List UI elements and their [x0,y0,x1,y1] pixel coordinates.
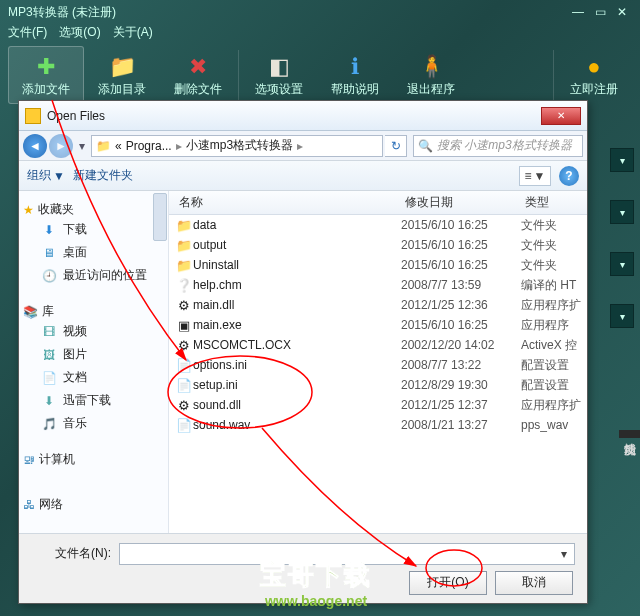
file-list: 名称 修改日期 类型 📁data2015/6/10 16:25文件夹📁outpu… [169,191,587,533]
nav-downloads[interactable]: ⬇下载 [23,218,164,241]
file-row[interactable]: 📁Uninstall2015/6/10 16:25文件夹 [169,255,587,275]
panel-toggle-1[interactable]: ▾ [610,148,634,172]
menu-about[interactable]: 关于(A) [113,24,153,42]
file-row[interactable]: 📁output2015/6/10 16:25文件夹 [169,235,587,255]
history-dropdown[interactable]: ▾ [75,134,89,158]
nav-libraries[interactable]: 库 [42,303,54,320]
add-dir-button[interactable]: 📁添加目录 [84,46,160,104]
scrollbar-thumb[interactable] [153,193,167,241]
col-type[interactable]: 类型 [521,194,587,211]
file-icon: 📄 [175,358,193,373]
file-icon: ⚙ [175,338,193,353]
file-row[interactable]: ⚙sound.dll2012/1/25 12:37应用程序扩 [169,395,587,415]
dialog-titlebar: Open Files ✕ [19,101,587,131]
plus-icon: ✚ [32,53,60,81]
folder-icon: 📁 [96,139,111,153]
panel-toggle-3[interactable]: ▾ [610,252,634,276]
dialog-close-button[interactable]: ✕ [541,107,581,125]
filename-input[interactable]: ▾ [119,543,575,565]
file-row[interactable]: 📁data2015/6/10 16:25文件夹 [169,215,587,235]
back-button[interactable]: ◄ [23,134,47,158]
nav-pictures[interactable]: 🖼图片 [23,343,164,366]
file-icon: ⚙ [175,298,193,313]
file-row[interactable]: ▣main.exe2015/6/10 16:25应用程序 [169,315,587,335]
search-input[interactable]: 🔍 搜索 小速mp3格式转换器 [413,135,583,157]
file-row[interactable]: 📄setup.ini2012/8/29 19:30配置设置 [169,375,587,395]
dialog-icon [25,108,41,124]
nav-pane: ★收藏夹 ⬇下载 🖥桌面 🕘最近访问的位置 📚库 🎞视频 🖼图片 📄文档 ⬇迅雷… [19,191,169,533]
col-date[interactable]: 修改日期 [401,194,521,211]
menu-file[interactable]: 文件(F) [8,24,47,42]
file-icon: 📁 [175,258,193,273]
forward-button[interactable]: ► [49,134,73,158]
nav-videos[interactable]: 🎞视频 [23,320,164,343]
nav-documents[interactable]: 📄文档 [23,366,164,389]
nav-recent[interactable]: 🕘最近访问的位置 [23,264,164,287]
info-icon: ℹ [341,53,369,81]
register-button[interactable]: ●立即注册 [556,46,632,104]
breadcrumb[interactable]: 📁 « Progra... ▸ 小速mp3格式转换器 ▸ [91,135,383,157]
star-icon: ★ [23,203,34,217]
new-folder-button[interactable]: 新建文件夹 [73,167,133,184]
open-file-dialog: Open Files ✕ ◄ ► ▾ 📁 « Progra... ▸ 小速mp3… [18,100,588,604]
recent-icon: 🕘 [41,268,57,284]
nav-xunlei[interactable]: ⬇迅雷下载 [23,389,164,412]
file-row[interactable]: ❔help.chm2008/7/7 13:59编译的 HT [169,275,587,295]
chevron-down-icon[interactable]: ▾ [556,544,572,564]
command-bar: 组织▼ 新建文件夹 ≡▼ ? [19,161,587,191]
search-icon: 🔍 [418,139,433,153]
nav-music[interactable]: 🎵音乐 [23,412,164,435]
user-exit-icon: 🧍 [417,53,445,81]
music-icon: 🎵 [41,416,57,432]
xunlei-icon: ⬇ [41,393,57,409]
help-icon[interactable]: ? [559,166,579,186]
panel-toggle-2[interactable]: ▾ [610,200,634,224]
exit-button[interactable]: 🧍退出程序 [393,46,469,104]
file-icon: ⚙ [175,398,193,413]
add-file-button[interactable]: ✚添加文件 [8,46,84,104]
app-title: MP3转换器 (未注册) [8,4,116,21]
toolbar: ✚添加文件 📁添加目录 ✖删除文件 ◧选项设置 ℹ帮助说明 🧍退出程序 ●立即注… [0,42,640,108]
maximize-icon[interactable]: ▭ [590,4,610,20]
file-row[interactable]: ⚙main.dll2012/1/25 12:36应用程序扩 [169,295,587,315]
refresh-button[interactable]: ↻ [385,135,407,157]
file-icon: 📁 [175,238,193,253]
video-icon: 🎞 [41,324,57,340]
help-button[interactable]: ℹ帮助说明 [317,46,393,104]
view-mode-button[interactable]: ≡▼ [519,166,551,186]
feedback-tab[interactable]: 功能反馈 [619,430,640,438]
nav-desktop[interactable]: 🖥桌面 [23,241,164,264]
delete-file-button[interactable]: ✖删除文件 [160,46,236,104]
nav-network[interactable]: 网络 [39,496,63,513]
cancel-button[interactable]: 取消 [495,571,573,595]
desktop-icon: 🖥 [41,245,57,261]
minimize-icon[interactable]: — [568,4,588,20]
view-icon: ≡ [525,169,532,183]
app-titlebar: MP3转换器 (未注册) — ▭ ✕ [0,0,640,24]
library-icon: 📚 [23,305,38,319]
open-button[interactable]: 打开(O) [409,571,487,595]
close-icon[interactable]: ✕ [612,4,632,20]
address-bar: ◄ ► ▾ 📁 « Progra... ▸ 小速mp3格式转换器 ▸ ↻ 🔍 搜… [19,131,587,161]
filename-label: 文件名(N): [31,545,111,562]
nav-favorites[interactable]: 收藏夹 [38,201,74,218]
download-icon: ⬇ [41,222,57,238]
file-row[interactable]: ⚙MSCOMCTL.OCX2002/12/20 14:02ActiveX 控 [169,335,587,355]
doc-icon: 📄 [41,370,57,386]
network-icon: 🖧 [23,498,35,512]
picture-icon: 🖼 [41,347,57,363]
col-name[interactable]: 名称 [175,194,401,211]
coin-icon: ● [580,53,608,81]
options-button[interactable]: ◧选项设置 [241,46,317,104]
file-icon: 📄 [175,418,193,433]
panel-toggle-4[interactable]: ▾ [610,304,634,328]
organize-button[interactable]: 组织▼ [27,167,65,184]
computer-icon: 🖳 [23,453,35,467]
menu-options[interactable]: 选项(O) [59,24,100,42]
file-icon: 📁 [175,218,193,233]
file-icon: ❔ [175,278,193,293]
dialog-title: Open Files [47,109,105,123]
nav-computer[interactable]: 计算机 [39,451,75,468]
file-row[interactable]: 📄sound.wav2008/1/21 13:27pps_wav [169,415,587,435]
file-row[interactable]: 📄options.ini2008/7/7 13:22配置设置 [169,355,587,375]
